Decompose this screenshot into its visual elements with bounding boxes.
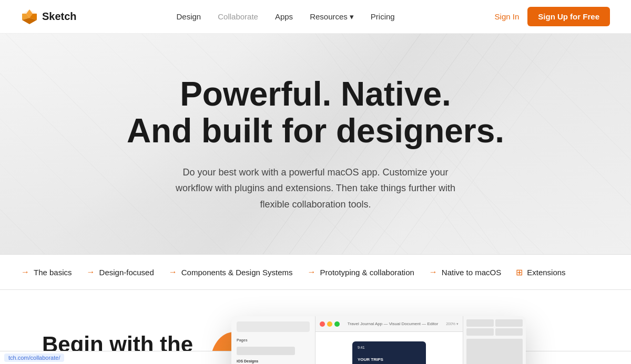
feature-nav-design-focused[interactable]: → Design-focused bbox=[87, 267, 169, 277]
app-inspector bbox=[463, 316, 526, 364]
zoom-level: 200% ▾ bbox=[446, 322, 459, 326]
sketch-logo-icon bbox=[21, 8, 38, 25]
brand-name: Sketch bbox=[42, 11, 77, 23]
inspector-field bbox=[466, 328, 494, 336]
app-sidebar: Pages iOS Designs Mockup Your Trips bbox=[231, 316, 316, 364]
arrow-icon: → bbox=[21, 267, 29, 277]
arrow-icon: → bbox=[308, 267, 316, 277]
nav-links: Design Collaborate Apps Resources ▾ Pric… bbox=[177, 12, 395, 22]
canvas-content: YOUR TRIPS bbox=[358, 357, 421, 364]
chevron-down-icon: ▾ bbox=[350, 12, 354, 22]
nav-pricing[interactable]: Pricing bbox=[371, 12, 395, 21]
app-toolbar: Travel Journal App — Visual Document — E… bbox=[316, 316, 463, 332]
phone-status: 9:41 bbox=[358, 346, 365, 349]
logo-link[interactable]: Sketch bbox=[21, 8, 77, 25]
canvas-label: YOUR TRIPS bbox=[358, 357, 421, 362]
feature-nav-extensions[interactable]: ⊞ Extensions bbox=[516, 267, 580, 277]
app-canvas-preview: 9:41 YOUR TRIPS ♡ ZERMATT bbox=[352, 341, 426, 364]
inspector-field bbox=[495, 328, 523, 336]
signin-button[interactable]: Sign In bbox=[495, 12, 520, 21]
sidebar-search bbox=[237, 321, 310, 332]
app-main-canvas: Travel Journal App — Visual Document — E… bbox=[316, 316, 463, 364]
hero-title: Powerful. Native. And built for designer… bbox=[127, 76, 504, 150]
feature-nav-basics[interactable]: → The basics bbox=[21, 267, 87, 277]
hero-content: Powerful. Native. And built for designer… bbox=[127, 76, 504, 213]
inspector-preview bbox=[466, 339, 523, 364]
app-window: Pages iOS Designs Mockup Your Trips bbox=[231, 316, 526, 364]
arrow-icon: → bbox=[87, 267, 95, 277]
main-nav: Sketch Design Collaborate Apps Resources… bbox=[0, 0, 631, 34]
nav-resources[interactable]: Resources ▾ bbox=[310, 12, 354, 22]
nav-collaborate[interactable]: Collaborate bbox=[218, 12, 258, 21]
arrow-icon: → bbox=[429, 267, 437, 277]
window-maximize-dot bbox=[334, 321, 340, 327]
app-screenshot: Pages iOS Designs Mockup Your Trips bbox=[231, 316, 536, 364]
feature-nav-prototyping[interactable]: → Prototyping & collaboration bbox=[308, 267, 429, 277]
inspector-grid bbox=[466, 319, 523, 336]
toolbar-title: Travel Journal App — Visual Document — E… bbox=[342, 321, 444, 326]
canvas-area: 9:41 YOUR TRIPS ♡ ZERMATT bbox=[316, 332, 463, 364]
sidebar-item: iOS Designs bbox=[237, 357, 310, 364]
inspector-field bbox=[495, 319, 523, 327]
feature-nav-native[interactable]: → Native to macOS bbox=[429, 267, 516, 277]
arrow-icon: → bbox=[169, 267, 177, 277]
nav-design[interactable]: Design bbox=[177, 12, 201, 21]
sidebar-item: Pages bbox=[237, 336, 310, 345]
signup-button[interactable]: Sign Up for Free bbox=[527, 7, 610, 26]
window-minimize-dot bbox=[327, 321, 332, 327]
inspector-field bbox=[466, 319, 494, 327]
window-close-dot bbox=[320, 321, 325, 327]
nav-apps[interactable]: Apps bbox=[275, 12, 293, 21]
hero-subtitle: Do your best work with a powerful macOS … bbox=[168, 164, 463, 213]
hero-section: Powerful. Native. And built for designer… bbox=[0, 34, 631, 254]
grid-icon: ⊞ bbox=[516, 267, 523, 277]
feature-nav-components[interactable]: → Components & Design Systems bbox=[169, 267, 308, 277]
feature-navigation: → The basics → Design-focused → Componen… bbox=[0, 254, 631, 290]
url-display: tch.com/collaborate/ bbox=[4, 353, 64, 362]
sidebar-item bbox=[237, 347, 295, 355]
nav-right: Sign In Sign Up for Free bbox=[495, 7, 610, 26]
